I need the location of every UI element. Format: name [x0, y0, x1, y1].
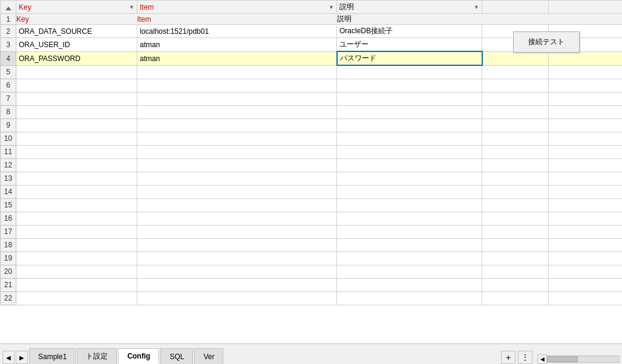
col-header-c[interactable]: 説明 ▼ — [337, 1, 482, 14]
row1-item-label: Item — [137, 15, 151, 24]
col-header-a[interactable]: Key ▼ — [16, 1, 137, 14]
row1-key-label: Key — [16, 15, 29, 24]
tab-bar: ◀ ▶ Sample1 ト設定 Config SQL Ver + ⋮ ◀ — [0, 343, 622, 364]
table-row: 22 — [1, 291, 623, 305]
table-row: 10 — [1, 132, 623, 145]
tab-sample1[interactable]: Sample1 — [29, 348, 76, 364]
table-row: 13 — [1, 172, 623, 185]
row-num-3: 3 — [1, 38, 16, 52]
col-header-b[interactable]: Item ▼ — [137, 1, 337, 14]
table-row: 17 — [1, 225, 623, 238]
table-row: 6 — [1, 79, 623, 92]
table-row: 19 — [1, 252, 623, 265]
scrollbar-area: ◀ — [537, 354, 620, 364]
row-num-2: 2 — [1, 25, 16, 38]
table-row: 8 — [1, 105, 623, 119]
row1-col-b[interactable]: Item — [137, 14, 337, 25]
table-row: 4 ORA_PASSWORD atman パスワード — [1, 51, 623, 65]
row4-col-b[interactable]: atman — [137, 51, 337, 65]
row4-col-a[interactable]: ORA_PASSWORD — [16, 51, 137, 65]
col-a-name: Key — [19, 3, 31, 11]
table-row: 15 — [1, 198, 623, 212]
tab-sql[interactable]: SQL — [160, 348, 193, 364]
table-row: 11 — [1, 145, 623, 158]
col-b-dropdown[interactable]: ▼ — [329, 4, 334, 10]
row2-col-c[interactable]: OracleDB接続子 — [337, 25, 482, 38]
column-header-row: Key ▼ Item ▼ 説明 — [1, 1, 623, 14]
table-row: 9 — [1, 119, 623, 132]
tab-menu-button[interactable]: ⋮ — [518, 351, 532, 364]
button-area: 接続テスト — [513, 31, 580, 53]
row4-col-c[interactable]: パスワード — [337, 51, 482, 65]
row1-desc-label: 説明 — [337, 15, 352, 23]
col-c-name: 説明 — [339, 2, 354, 12]
row1-col-a[interactable]: Key — [16, 14, 137, 25]
table-row: 7 — [1, 92, 623, 105]
row1-col-c[interactable]: 説明 — [337, 14, 482, 25]
scroll-thumb[interactable] — [548, 356, 578, 362]
tab-settings[interactable]: ト設定 — [77, 348, 117, 364]
col-a-dropdown[interactable]: ▼ — [129, 4, 134, 10]
col-header-e[interactable] — [549, 1, 623, 14]
table-row: 16 — [1, 212, 623, 225]
row4-col-d[interactable] — [482, 51, 549, 65]
corner-cell[interactable] — [1, 1, 16, 14]
row-num-1: 1 — [1, 14, 16, 25]
tab-nav-prev[interactable]: ◀ — [2, 351, 15, 364]
row4-col-e[interactable] — [549, 51, 623, 65]
scroll-track[interactable] — [547, 356, 620, 363]
table-row: 14 — [1, 185, 623, 198]
row3-col-a[interactable]: ORA_USER_ID — [16, 38, 137, 52]
table-row: 20 — [1, 265, 623, 278]
tab-config[interactable]: Config — [118, 348, 159, 364]
row3-col-b[interactable]: atman — [137, 38, 337, 52]
col-c-dropdown[interactable]: ▼ — [474, 4, 479, 10]
tab-nav-next[interactable]: ▶ — [16, 351, 28, 364]
row-1: 1 Key Item 説明 — [1, 14, 623, 25]
table-row: 5 — [1, 65, 623, 79]
row1-col-e[interactable] — [549, 14, 623, 25]
spreadsheet: Key ▼ Item ▼ 説明 — [0, 0, 622, 343]
row3-col-c[interactable]: ユーザー — [337, 38, 482, 52]
table-row: 12 — [1, 158, 623, 172]
row2-col-b[interactable]: localhost:1521/pdb01 — [137, 25, 337, 38]
col-header-d[interactable] — [482, 1, 549, 14]
table-row: 18 — [1, 238, 623, 252]
col-b-name: Item — [140, 3, 154, 11]
tab-ver[interactable]: Ver — [194, 348, 223, 364]
sort-icon — [5, 7, 11, 10]
table-row: 21 — [1, 278, 623, 291]
row1-col-d[interactable] — [482, 14, 549, 25]
row2-col-a[interactable]: ORA_DATA_SOURCE — [16, 25, 137, 38]
tab-add-button[interactable]: + — [501, 351, 516, 364]
row-num-4: 4 — [1, 51, 16, 65]
connect-test-button[interactable]: 接続テスト — [513, 31, 580, 53]
scroll-left-button[interactable]: ◀ — [537, 354, 547, 364]
